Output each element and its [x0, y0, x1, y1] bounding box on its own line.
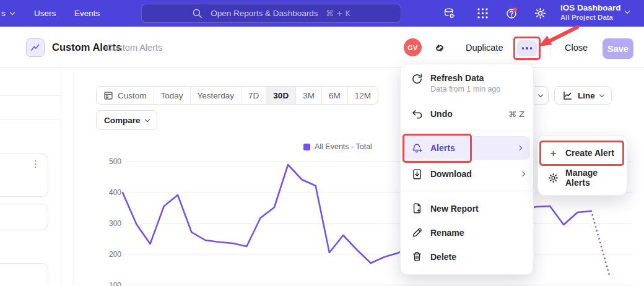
- gear-icon: [547, 172, 559, 184]
- range-label: 6M: [329, 91, 341, 100]
- trash-icon: [411, 251, 423, 262]
- range-7d[interactable]: 7D: [242, 87, 266, 104]
- nav-item-events[interactable]: Events: [74, 0, 100, 27]
- keyboard-shortcut: ⌘ Z: [508, 110, 524, 119]
- sidebar-row-divider: [0, 119, 61, 119]
- range-12m[interactable]: 12M: [348, 87, 378, 104]
- date-range-control: Custom Today Yesterday 7D 30D 3M 6M 12M: [96, 86, 378, 105]
- range-label: 3M: [303, 91, 315, 100]
- menu-item-label: Rename: [430, 228, 464, 238]
- menu-item-create-alert[interactable]: + Create Alert: [538, 141, 627, 165]
- sidebar-divider: [61, 68, 61, 286]
- data-management-icon[interactable]: [443, 7, 455, 19]
- menu-item-undo[interactable]: Undo ⌘ Z: [401, 102, 533, 126]
- file-download-icon: [411, 168, 423, 180]
- range-today[interactable]: Today: [154, 87, 191, 104]
- help-icon[interactable]: [506, 7, 518, 19]
- sidebar-row-divider: [0, 95, 61, 96]
- plus-icon: +: [547, 147, 559, 159]
- save-button[interactable]: Save: [603, 38, 633, 59]
- chart-card-left-border: [73, 74, 74, 286]
- project-switcher[interactable]: iOS Dashboard All Project Data: [560, 2, 621, 22]
- dot-icon: [522, 47, 524, 50]
- menu-item-label: Alerts: [430, 143, 455, 153]
- menu-item-manage-alerts[interactable]: Manage Alerts: [538, 165, 627, 190]
- project-scope: All Project Data: [560, 13, 621, 22]
- chart-type-button[interactable]: Line: [554, 86, 612, 105]
- y-tick-200: 200: [102, 250, 121, 259]
- search-placeholder: Open Reports & Dashboards: [211, 9, 318, 18]
- more-options-button[interactable]: [517, 40, 537, 56]
- alerts-submenu: + Create Alert Manage Alerts: [537, 135, 627, 196]
- project-name: iOS Dashboard: [560, 2, 621, 13]
- search-shortcut: ⌘ + K: [326, 9, 350, 18]
- undo-icon: [411, 108, 423, 120]
- sidebar-card[interactable]: [0, 154, 48, 197]
- nav-item-label: Events: [74, 9, 100, 18]
- refresh-icon: [411, 73, 423, 85]
- range-label: Custom: [118, 91, 147, 100]
- dot-icon: [530, 47, 533, 50]
- menu-item-label: Download: [430, 169, 472, 179]
- menu-item-rename[interactable]: Rename: [401, 220, 533, 245]
- range-30d-active[interactable]: 30D: [266, 87, 296, 104]
- close-button[interactable]: Close: [565, 43, 588, 53]
- menu-item-download[interactable]: Download: [401, 162, 533, 186]
- compare-button[interactable]: Compare: [96, 110, 157, 130]
- menu-item-label: New Report: [430, 204, 479, 214]
- menu-item-refresh-data[interactable]: Refresh Data Data from 1 min ago: [401, 70, 533, 102]
- range-label: 12M: [355, 91, 371, 100]
- chevron-right-icon: [517, 145, 522, 150]
- range-6m[interactable]: 6M: [322, 87, 348, 104]
- chevron-down-icon: [144, 116, 149, 121]
- menu-item-alerts[interactable]: Alerts: [404, 136, 530, 160]
- chevron-down-icon: [599, 92, 604, 97]
- menu-item-label: Undo: [430, 109, 453, 119]
- kebab-menu-icon[interactable]: ⋮: [31, 158, 40, 170]
- y-tick-500: 500: [102, 157, 121, 166]
- nav-item-clipped-dropdown[interactable]: s: [1, 0, 14, 27]
- menu-divider: [401, 131, 533, 131]
- global-search-input[interactable]: Open Reports & Dashboards ⌘ + K: [141, 4, 401, 23]
- sidebar-card[interactable]: [0, 204, 48, 230]
- series-projection-dotted: [591, 211, 610, 277]
- nav-item-label: s: [1, 9, 6, 18]
- apps-grid-icon[interactable]: [477, 7, 489, 19]
- y-tick-400: 400: [102, 188, 121, 197]
- report-header: Custom Alerts Custom Alerts GV Duplicate…: [0, 27, 644, 68]
- breadcrumb: Custom Alerts: [107, 43, 162, 53]
- nav-item-users[interactable]: Users: [34, 0, 56, 27]
- pencil-icon: [411, 227, 423, 238]
- y-tick-300: 300: [102, 219, 121, 228]
- menu-item-delete[interactable]: Delete: [401, 245, 533, 269]
- nav-item-label: Users: [34, 9, 56, 18]
- mixpanel-report-page: 500 400 300 200 100 All Events - Total ⋮…: [0, 0, 644, 286]
- compare-label: Compare: [104, 116, 141, 125]
- copy-link-icon[interactable]: [433, 40, 446, 54]
- range-label: 30D: [273, 91, 289, 100]
- report-thumbnail-icon: [26, 38, 45, 57]
- range-yesterday[interactable]: Yesterday: [191, 87, 242, 104]
- range-custom[interactable]: Custom: [97, 87, 154, 104]
- menu-item-label: Delete: [430, 252, 456, 262]
- settings-gear-icon[interactable]: [534, 7, 546, 19]
- menu-item-label: Manage Alerts: [565, 168, 619, 188]
- duplicate-button[interactable]: Duplicate: [466, 43, 503, 53]
- dot-icon: [526, 47, 528, 50]
- menu-divider: [401, 191, 533, 191]
- menu-item-new-report[interactable]: New Report: [401, 196, 533, 220]
- menu-item-label: Create Alert: [565, 148, 614, 158]
- range-label: 7D: [248, 91, 259, 100]
- legend-swatch-icon: [303, 144, 310, 150]
- sidebar-card[interactable]: [0, 263, 48, 286]
- chart-legend: All Events - Total: [303, 142, 372, 151]
- bell-plus-icon: [411, 142, 423, 154]
- range-label: Yesterday: [198, 91, 235, 100]
- chevron-down-icon: [10, 10, 15, 15]
- avatar[interactable]: GV: [404, 38, 422, 56]
- range-3m[interactable]: 3M: [296, 87, 322, 104]
- legend-label: All Events - Total: [315, 142, 372, 151]
- file-plus-icon: [411, 202, 423, 214]
- mini-line-chart-icon: [30, 42, 41, 53]
- y-tick-100: 100: [102, 281, 121, 286]
